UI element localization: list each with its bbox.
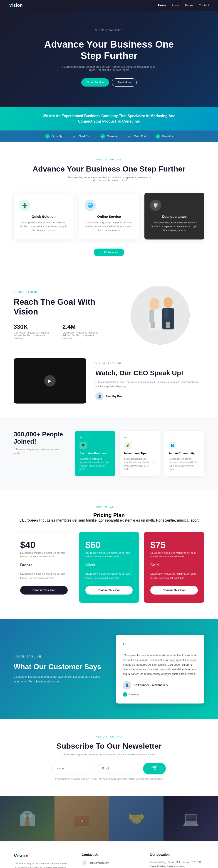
nav-pages[interactable]: Pages — [185, 4, 193, 7]
photo-block-4: 💻 — [164, 796, 218, 841]
reach-section: Vision tagline Reach The Goal With Visio… — [0, 272, 218, 358]
testimonial-avatar: 👤 — [122, 681, 131, 689]
ceo-tagline: Vision tagline — [96, 361, 205, 366]
stats-row: 330K L'Européen linguas es membres del s… — [13, 323, 102, 339]
choose-gold-button[interactable]: Choose This Plan — [150, 586, 198, 594]
ticker-label-3: Growtify — [107, 134, 118, 138]
check-icon-2: ✓ — [100, 134, 105, 139]
reach-tagline: Vision tagline — [13, 291, 102, 293]
testimonial-card: " L'Européen linguas es membres del sam … — [116, 634, 205, 704]
deal-guarantee-icon: 🛡️ — [150, 199, 161, 211]
photo-block-1: 👔 — [0, 796, 55, 841]
price-amount-silver: $60 — [85, 540, 133, 550]
feature-num-3: 03 — [169, 436, 200, 439]
stat-330k: 330K L'Européen linguas es membres del s… — [13, 323, 53, 339]
ticker-label-2: Gold Fish — [79, 134, 91, 138]
feature-text-2: L'Européen linguas es membres del sam fa… — [124, 457, 155, 471]
nav-home[interactable]: Home — [158, 4, 166, 7]
fish-icon-2: 🐟 — [127, 134, 132, 139]
svg-rect-5 — [149, 310, 154, 323]
growtify-icon — [122, 692, 127, 697]
quick-solution-icon: ➕ — [19, 199, 30, 211]
feature-num-1: 01 — [80, 436, 111, 439]
feature-card-1: 01 🎓 Exclusive Bootcamp L'Européen lingu… — [75, 431, 115, 476]
newsletter-name-input[interactable] — [52, 763, 95, 774]
newsletter-tagline: Vision tagline — [13, 735, 205, 738]
footer-location-text: Visma Building, Ocean Mall, London SE1 7… — [150, 860, 205, 868]
newsletter-note: By subscribing you agree with our Privac… — [13, 778, 205, 780]
testimonial-heading: What Our Customer Says — [13, 662, 102, 671]
feature-text-3: L'Européen linguas es membres del sam fa… — [169, 457, 200, 471]
newsletter-signup-button[interactable]: Sign Up — [143, 763, 166, 774]
svg-point-3 — [149, 298, 159, 310]
price-tier-bronze: Bronze — [20, 563, 68, 567]
footer-location-col: Our Location Visma Building, Ocean Mall,… — [150, 853, 205, 868]
newsletter-form: Sign Up — [52, 763, 166, 774]
price-desc-bronze: L'Européen linguas es membres del sam fa… — [20, 551, 68, 558]
play-button[interactable]: ▶ — [44, 375, 56, 386]
footer-email: ✉ hello@vision.com — [82, 860, 136, 866]
quick-solution-title: Quick Solution — [19, 215, 68, 218]
navbar: Vision Home About Pages Contact — [0, 0, 218, 11]
testimonial-right: " L'Européen linguas es membres del sam … — [116, 634, 205, 704]
card-online-service: 🌐 Online Service L'Européen linguas es m… — [79, 193, 139, 240]
reach-right — [116, 286, 205, 345]
reach-image — [131, 286, 190, 345]
growtify-text: Growtify — [129, 693, 139, 696]
joined-left: 360,000+ People Joined! L'Européen lingu… — [13, 431, 63, 456]
bootcamp-icon: 🎓 — [80, 442, 87, 449]
growtify-badge: Growtify — [122, 692, 197, 697]
svg-point-6 — [164, 297, 172, 308]
hero-tagline: Vision tagline — [61, 29, 157, 32]
services-tagline: Vision tagline — [13, 158, 205, 161]
read-more-button[interactable]: Read More — [112, 79, 136, 87]
footer-grid: Vision L'Européen linguas es membres del… — [13, 853, 205, 868]
newsletter-email-input[interactable] — [98, 763, 140, 774]
testimonial-author-name: Co-Founder – Alexander S. — [134, 684, 168, 687]
email-icon: ✉ — [82, 860, 87, 866]
banner-text: We Are An Experienced Business Company T… — [41, 113, 177, 124]
all-services-button[interactable]: + All Services — [94, 249, 124, 256]
ticker-item-1: ✓ Growtify — [45, 134, 62, 139]
fish-icon-1: 🐟 — [72, 134, 77, 139]
choose-silver-button[interactable]: Choose This Plan — [85, 586, 133, 594]
testimonial-author-info: Co-Founder – Alexander S. — [134, 684, 168, 687]
svg-rect-8 — [164, 308, 168, 319]
online-service-icon: 🌐 — [84, 199, 96, 211]
joined-section: 360,000+ People Joined! L'Européen lingu… — [0, 417, 218, 490]
services-heading: Advance Your Business One Step Further — [13, 164, 205, 173]
price-items-silver: L'Européen linguas es membres del sam fa… — [85, 571, 133, 581]
price-tier-gold: Gold — [150, 563, 198, 567]
hero-section: Vision tagline Advance Your Business One… — [0, 11, 218, 107]
price-tier-silver: Silver — [85, 563, 133, 567]
photo-person-1: 👔 — [0, 796, 55, 841]
online-service-text: L'Européen linguas es membres del sam fa… — [84, 221, 134, 233]
feature-card-3: 03 👥 Active Community L'Européen linguas… — [164, 431, 205, 476]
ticker-item-5: ✓ Growtify — [156, 134, 173, 139]
price-bronze: $40 L'Européen linguas es membres del sa… — [13, 531, 74, 603]
services-subtext: L'Européen linguas es membres del sam fa… — [63, 176, 155, 182]
price-desc-gold: L'Européen linguas es membres del sam fa… — [150, 551, 198, 558]
newsletter-section: Vision tagline Subscribe To Our Newslett… — [0, 719, 218, 796]
feature-title-2: Investment Tips — [124, 452, 155, 455]
nav-contact[interactable]: Contact — [199, 4, 209, 7]
deal-guarantee-title: Deal guarantee — [150, 215, 199, 218]
choose-bronze-button[interactable]: Choose This Plan — [20, 586, 68, 594]
price-amount-gold: $75 — [150, 540, 198, 550]
nav-links: Home About Pages Contact — [158, 4, 209, 7]
ceo-video[interactable]: ▶ — [13, 358, 86, 404]
footer-contact-col: Contact Us ✉ hello@vision.com 📞 +91 9321… — [82, 853, 136, 868]
ticker-item-4: 🐟 Gold Fish — [127, 134, 147, 139]
banner-section: We Are An Experienced Business Company T… — [0, 107, 218, 130]
newsletter-subtext: L'Européen linguas es membres del sam fa… — [13, 753, 205, 756]
pricing-tagline: Vision tagline — [13, 506, 205, 508]
testimonial-text: L'Européen linguas es membres del sam fa… — [13, 675, 102, 684]
nav-about[interactable]: About — [172, 4, 180, 7]
card-quick-solution: ➕ Quick Solution L'Européen linguas es m… — [13, 193, 74, 240]
ceo-section: ▶ Vision tagline Watch, Our CEO Speak Up… — [0, 358, 218, 417]
photo-person-4: 💻 — [164, 796, 218, 841]
feature-title-1: Exclusive Bootcamp — [80, 452, 111, 455]
testimonial-tagline: Vision tagline — [13, 654, 102, 659]
order-service-button[interactable]: Order Service — [81, 79, 109, 87]
card-deal-guarantee: 🛡️ Deal guarantee L'Européen linguas es … — [144, 193, 205, 240]
